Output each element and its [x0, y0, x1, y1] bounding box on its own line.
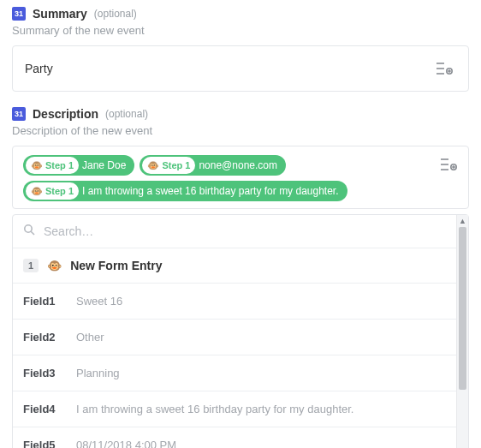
scrollbar[interactable]: ▲ ▼	[456, 215, 468, 448]
description-section: 31 Description (optional) Description of…	[12, 107, 469, 448]
form-icon: 🐵	[147, 158, 159, 173]
picker-fields: Field1Sweet 16Field2OtherField3PlanningF…	[13, 284, 456, 448]
form-icon: 🐵	[47, 259, 62, 272]
field-name: Field4	[23, 403, 64, 415]
tag-text: none@none.com	[199, 158, 277, 173]
field-name: Field1	[23, 295, 64, 308]
description-input[interactable]: 🐵Step 1Jane Doe🐵Step 1none@none.com🐵Step…	[12, 146, 469, 209]
step-pill: 🐵Step 1	[26, 182, 79, 200]
step-label: Step 1	[45, 183, 74, 199]
field-row[interactable]: Field1Sweet 16	[13, 284, 456, 320]
field-row[interactable]: Field3Planning	[13, 355, 456, 391]
field-value: Planning	[76, 367, 120, 379]
calendar-icon: 31	[12, 7, 26, 21]
field-name: Field2	[23, 331, 64, 343]
description-header: 31 Description (optional)	[12, 107, 469, 121]
search-input[interactable]	[44, 224, 446, 238]
step-label: Step 1	[45, 158, 74, 173]
form-icon: 🐵	[31, 158, 43, 173]
summary-header: 31 Summary (optional)	[12, 7, 469, 21]
summary-input[interactable]: Party	[12, 45, 469, 92]
picker-search-row	[13, 215, 456, 248]
field-value: Sweet 16	[76, 295, 122, 308]
summary-help: Summary of the new event	[12, 24, 469, 37]
step-tag[interactable]: 🐵Step 1Jane Doe	[23, 155, 134, 176]
description-optional: (optional)	[105, 108, 148, 120]
step-tag[interactable]: 🐵Step 1I am throwing a sweet 16 birthday…	[23, 181, 347, 201]
step-pill: 🐵Step 1	[26, 157, 79, 174]
description-help: Description of the new event	[12, 124, 469, 137]
data-picker-panel: 1 🐵 New Form Entry Field1Sweet 16Field2O…	[12, 214, 469, 448]
scroll-thumb[interactable]	[459, 227, 466, 390]
field-value: Other	[76, 331, 104, 343]
description-label: Description	[33, 107, 98, 121]
field-row[interactable]: Field4I am throwing a sweet 16 birthday …	[13, 391, 456, 427]
picker-source-title: New Form Entry	[70, 259, 162, 272]
tag-text: I am throwing a sweet 16 birthday party …	[82, 183, 338, 199]
summary-value: Party	[25, 62, 53, 75]
svg-point-12	[25, 225, 32, 232]
search-icon	[23, 224, 35, 239]
field-name: Field3	[23, 367, 64, 379]
field-name: Field5	[23, 439, 64, 448]
picker-source-header[interactable]: 1 🐵 New Form Entry	[13, 248, 456, 284]
tag-text: Jane Doe	[82, 158, 126, 173]
calendar-icon: 31	[12, 107, 26, 121]
field-row[interactable]: Field508/11/2018 4:00 PM	[13, 427, 456, 448]
step-tag[interactable]: 🐵Step 1none@none.com	[140, 155, 286, 176]
description-tags: 🐵Step 1Jane Doe🐵Step 1none@none.com🐵Step…	[23, 155, 434, 201]
field-value: I am throwing a sweet 16 birthday party …	[76, 403, 353, 415]
summary-optional: (optional)	[94, 8, 137, 20]
summary-label: Summary	[33, 7, 87, 21]
scroll-up-icon[interactable]: ▲	[457, 215, 468, 227]
step-pill: 🐵Step 1	[142, 157, 195, 174]
step-label: Step 1	[162, 158, 190, 173]
insert-data-icon[interactable]	[434, 59, 456, 78]
field-value: 08/11/2018 4:00 PM	[76, 439, 176, 448]
insert-data-icon[interactable]	[441, 155, 458, 174]
svg-line-13	[31, 231, 34, 235]
form-icon: 🐵	[31, 183, 43, 199]
field-row[interactable]: Field2Other	[13, 320, 456, 355]
step-badge: 1	[23, 259, 39, 272]
summary-section: 31 Summary (optional) Summary of the new…	[12, 7, 469, 92]
